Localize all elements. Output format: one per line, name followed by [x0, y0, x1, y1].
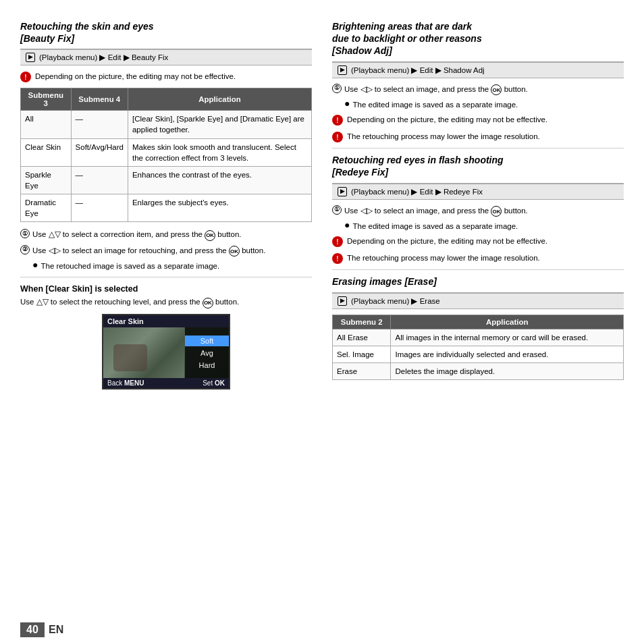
table-row: All — [Clear Skin], [Sparkle Eye] and [D… [21, 111, 312, 138]
step-2-text: Use ◁▷ to select an image for retouching… [32, 245, 265, 257]
left-column: Retouching the skin and eyes[Beauty Fix]… [20, 20, 312, 610]
cell-sub3: Clear Skin [21, 138, 72, 166]
cell-sub2: All Erase [333, 329, 391, 346]
cell-sub3: All [21, 111, 72, 138]
bullet-icon-s: ● [344, 99, 350, 108]
step-number-2: ② [20, 245, 30, 254]
table-row: Sel. Image Images are individually selec… [333, 346, 624, 363]
redeye-fix-section: Retouching red eyes in flash shooting[Re… [332, 154, 624, 264]
play-icon: ▶ [26, 53, 35, 62]
redeye-fix-title: Retouching red eyes in flash shooting[Re… [332, 154, 624, 178]
step-1: ① Use △▽ to select a correction item, an… [20, 229, 312, 241]
footer-back: Back MENU [107, 379, 144, 387]
cell-sub3: Dramatic Eye [21, 194, 72, 221]
page-number-area: 40 EN [20, 622, 63, 637]
page: Retouching the skin and eyes[Beauty Fix]… [0, 0, 644, 644]
beauty-fix-table: Submenu 3 Submenu 4 Application All — [C… [20, 88, 312, 222]
ok-icon-r: OK [491, 206, 502, 217]
redeye-note-2-text: The retouching process may lower the ima… [347, 252, 540, 263]
redeye-note-1-text: Depending on the picture, the editing ma… [347, 236, 547, 246]
shadow-step-text: Use ◁▷ to select an image, and press the… [344, 84, 528, 96]
cell-sub4: Soft/Avg/Hard [71, 138, 128, 166]
cell-sub3: Sparkle Eye [21, 166, 72, 194]
step-number-1: ① [20, 229, 30, 238]
warning-icon-r2: ! [332, 253, 343, 264]
beauty-fix-warning: ! Depending on the picture, the editing … [20, 71, 312, 82]
shadow-note-2: ! The retouching process may lower the i… [332, 131, 624, 142]
bullet-icon-r: ● [344, 220, 350, 230]
cell-sub2: Sel. Image [333, 346, 391, 363]
cell-app: [Clear Skin], [Sparkle Eye] and [Dramati… [128, 111, 311, 138]
table-row: Erase Deletes the image displayed. [333, 363, 624, 379]
redeye-note-1: ! Depending on the picture, the editing … [332, 236, 624, 247]
col-header-submenu4: Submenu 4 [71, 88, 128, 111]
redeye-step-text: Use ◁▷ to select an image, and press the… [344, 205, 528, 217]
bullet-retouched-text: The retouched image is saved as a separa… [41, 261, 219, 271]
shadow-bullet: ● The edited image is saved as a separat… [344, 99, 624, 110]
shadow-adj-menu-path: ▶ (Playback menu) ▶ Edit ▶ Shadow Adj [332, 61, 624, 78]
play-icon-3: ▶ [338, 187, 347, 196]
table-row: Dramatic Eye — Enlarges the subject's ey… [21, 194, 312, 221]
erase-menu-path: ▶ (Playback menu) ▶ Erase [332, 292, 624, 309]
shadow-step-1: ① Use ◁▷ to select an image, and press t… [332, 84, 624, 96]
bullet-retouched: ● The retouched image is saved as a sepa… [32, 261, 312, 271]
cell-app-erase: All images in the internal memory or car… [391, 329, 624, 346]
screenshot-footer: Back MENU Set OK [103, 378, 229, 388]
screenshot-header: Clear Skin [103, 315, 229, 327]
warning-icon-s1: ! [332, 115, 343, 126]
ok-button-icon-2: OK [229, 246, 240, 257]
cell-sub4: — [71, 194, 128, 221]
cell-sub4: — [71, 166, 128, 194]
warning-icon: ! [20, 72, 31, 82]
cell-app-erase: Images are individually selected and era… [391, 346, 624, 363]
screenshot-body: Soft Avg Hard [103, 327, 229, 378]
cell-app: Enhances the contrast of the eyes. [128, 166, 311, 194]
redeye-bullet: ● The edited image is saved as a separat… [344, 221, 624, 232]
right-column: Brightening areas that are darkdue to ba… [332, 20, 624, 610]
beauty-fix-warning-text: Depending on the picture, the editing ma… [35, 71, 236, 82]
cell-app-erase: Deletes the image displayed. [391, 363, 624, 379]
language-label: EN [49, 624, 63, 636]
shadow-step-num: ① [332, 84, 342, 93]
ok-icon-s: OK [491, 84, 502, 95]
redeye-step-num: ① [332, 205, 342, 215]
cell-app: Makes skin look smooth and translucent. … [128, 138, 311, 166]
footer-set: Set OK [203, 379, 225, 387]
warning-icon-r1: ! [332, 236, 343, 247]
table-row: Clear Skin Soft/Avg/Hard Makes skin look… [21, 138, 312, 166]
screenshot-image [103, 327, 184, 378]
step-2: ② Use ◁▷ to select an image for retouchi… [20, 245, 312, 257]
table-row: All Erase All images in the internal mem… [333, 329, 624, 346]
screenshot-menu: Soft Avg Hard [185, 327, 229, 378]
erase-col-header-sub2: Submenu 2 [333, 315, 391, 329]
divider-3 [332, 269, 624, 270]
ok-button-icon: OK [205, 230, 215, 241]
shadow-note-2-text: The retouching process may lower the ima… [347, 131, 540, 142]
ok-button-icon-3: OK [203, 298, 213, 308]
menu-item-hard: Hard [185, 360, 229, 371]
erase-col-header-app: Application [391, 315, 624, 329]
beauty-fix-menu-path: ▶ (Playback menu) ▶ Edit ▶ Beauty Fix [20, 49, 312, 65]
menu-item-soft: Soft [185, 336, 229, 346]
beauty-fix-section: Retouching the skin and eyes[Beauty Fix]… [20, 20, 312, 271]
clear-skin-section: When [Clear Skin] is selected Use △▽ to … [20, 284, 312, 390]
menu-item-avg: Avg [185, 348, 229, 358]
erase-table: Submenu 2 Application All Erase All imag… [332, 315, 624, 380]
clear-skin-text: Use △▽ to select the retouching level, a… [20, 296, 312, 308]
clear-skin-title: When [Clear Skin] is selected [20, 284, 312, 294]
section-divider [20, 277, 312, 277]
erase-title: Erasing images [Erase] [332, 275, 624, 288]
table-row: Sparkle Eye — Enhances the contrast of t… [21, 166, 312, 194]
cell-sub2: Erase [333, 363, 391, 379]
col-header-application: Application [128, 88, 311, 111]
shadow-note-1: ! Depending on the picture, the editing … [332, 114, 624, 126]
shadow-adj-title: Brightening areas that are darkdue to ba… [332, 20, 624, 57]
redeye-menu-path: ▶ (Playback menu) ▶ Edit ▶ Redeye Fix [332, 183, 624, 200]
step-1-text: Use △▽ to select a correction item, and … [32, 229, 242, 241]
play-icon-2: ▶ [338, 65, 347, 75]
shadow-adj-section: Brightening areas that are darkdue to ba… [332, 20, 624, 142]
shadow-bullet-text: The edited image is saved as a separate … [352, 99, 518, 110]
col-header-submenu3: Submenu 3 [21, 88, 72, 111]
shadow-note-1-text: Depending on the picture, the editing ma… [347, 114, 547, 125]
cell-sub4: — [71, 111, 128, 138]
